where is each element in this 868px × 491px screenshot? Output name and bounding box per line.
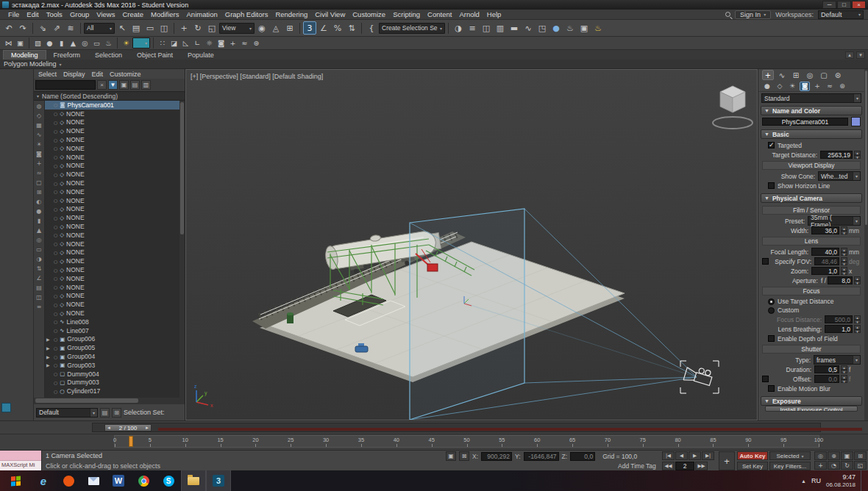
zoom-all-icon[interactable]: ⊕ <box>828 451 840 460</box>
scene-explorer-row[interactable]: ○◇NONE <box>45 144 179 153</box>
explorer-menu-display[interactable]: Display <box>63 71 85 78</box>
scene-explorer-row[interactable]: ○∿Line008 <box>45 318 179 326</box>
scene-explorer-row[interactable]: ○◇NONE <box>45 135 179 144</box>
visibility-icon[interactable]: ○ <box>54 241 57 246</box>
scene-explorer-row[interactable]: ○◇NONE <box>45 283 179 292</box>
ribbon-tab-modeling[interactable]: Modeling <box>3 50 46 60</box>
explorer-filter-cameras-icon[interactable]: ◙ <box>35 149 44 159</box>
snapshot-tool-icon[interactable]: ◪ <box>168 37 179 49</box>
scene-explorer-row[interactable]: ○▢Dummy003 <box>45 379 179 387</box>
horizontal-scrollbar[interactable] <box>34 398 185 404</box>
spinner-control[interactable]: ▴▾ <box>841 365 847 373</box>
visibility-icon[interactable]: ○ <box>54 328 57 333</box>
play-animation-icon[interactable]: ▶ <box>689 451 701 460</box>
visibility-icon[interactable]: ○ <box>54 198 57 203</box>
snaps-toggle-3d-icon[interactable]: 3 <box>303 21 316 35</box>
visibility-icon[interactable]: ○ <box>54 137 57 143</box>
visibility-icon[interactable]: ○ <box>54 345 57 351</box>
ribbon-tab-populate[interactable]: Populate <box>180 51 221 60</box>
camera-type-dropdown[interactable]: Standard ▾ <box>761 93 861 103</box>
ribbon-tab-selection[interactable]: Selection <box>88 51 129 60</box>
camera-create-icon[interactable]: ◙ <box>216 37 227 49</box>
spinner-control[interactable]: ▴▾ <box>854 325 861 333</box>
rollout-header[interactable]: ▼ Basic <box>761 129 862 139</box>
menu-edit[interactable]: Edit <box>23 10 42 18</box>
toggle-ribbon-icon[interactable]: ▬ <box>508 21 521 35</box>
redo-icon[interactable]: ↷ <box>16 21 29 35</box>
undo-icon[interactable]: ↶ <box>2 21 15 35</box>
menu-help[interactable]: Help <box>483 10 505 18</box>
expand-icon[interactable]: ▶ <box>46 354 51 359</box>
set-keys-button[interactable]: + <box>719 451 735 470</box>
explorer-filter-bones-icon[interactable]: ◐ <box>35 197 44 207</box>
space-warp-create-icon[interactable]: ≈ <box>239 37 250 49</box>
explorer-filter-lights-icon[interactable]: ☀ <box>35 140 44 149</box>
explorer-filter-icon[interactable]: ≡ <box>35 302 44 312</box>
key-step-back-icon[interactable]: ◀◀ <box>662 462 675 470</box>
zoom-field[interactable]: 1,0 <box>811 267 839 275</box>
unlink-selection-icon[interactable]: ⇗ <box>50 21 63 35</box>
focal-length-field[interactable]: 40,0 <box>811 248 839 256</box>
select-and-link-icon[interactable]: ⇘ <box>36 21 49 35</box>
teapot-primitive-icon[interactable]: ♨ <box>103 37 114 49</box>
preset-dropdown[interactable]: 35mm ( Frame) ▾ <box>808 216 861 226</box>
explorer-filter-icon[interactable]: ▤ <box>35 283 44 293</box>
scene-explorer-row[interactable]: ○◇NONE <box>45 300 179 309</box>
schematic-view-icon[interactable]: ◳ <box>536 21 549 35</box>
visibility-icon[interactable]: ○ <box>54 354 57 359</box>
percent-snap-toggle-icon[interactable]: % <box>331 21 344 35</box>
selection-set-add-icon[interactable]: ⊞ <box>112 408 121 417</box>
taskbar-chrome-icon[interactable] <box>131 470 156 491</box>
visibility-icon[interactable]: ○ <box>54 293 57 298</box>
visibility-icon[interactable]: ○ <box>54 120 57 125</box>
menu-arnold[interactable]: Arnold <box>455 10 483 18</box>
show-horizon-checkbox[interactable] <box>768 182 775 189</box>
scene-explorer-row[interactable]: ▶○▣Group005 <box>45 343 179 352</box>
object-name-field[interactable]: PhysCamera001 <box>762 118 848 126</box>
select-and-manipulate-icon[interactable]: ◬ <box>269 21 282 35</box>
minimize-button[interactable]: ─ <box>822 1 836 9</box>
go-to-end-icon[interactable]: ▶| <box>702 451 714 460</box>
angle-snap-toggle-icon[interactable]: ∠ <box>317 21 330 35</box>
viewport-preset-dropdown[interactable]: ▾ <box>132 37 150 49</box>
visibility-icon[interactable]: ○ <box>54 129 57 134</box>
explorer-menu-select[interactable]: Select <box>38 71 57 78</box>
box-primitive-icon[interactable]: ▧ <box>32 37 43 49</box>
explorer-filter-spacewarps-icon[interactable]: ≈ <box>35 168 44 178</box>
visibility-icon[interactable]: ○ <box>54 111 57 116</box>
scene-explorer-row[interactable]: ○◇NONE <box>45 231 179 240</box>
spinner-control[interactable]: ▴▾ <box>854 276 861 284</box>
visibility-icon[interactable]: ○ <box>54 232 57 237</box>
scene-explorer-row[interactable]: ○◇NONE <box>45 274 179 283</box>
visibility-icon[interactable]: ○ <box>54 181 57 186</box>
select-by-name-icon[interactable]: ▤ <box>129 21 143 35</box>
spinner-snap-toggle-icon[interactable]: ⇅ <box>345 21 358 35</box>
rendered-frame-window-icon[interactable]: ▣ <box>577 21 591 35</box>
spinner-control[interactable]: ▴▾ <box>841 375 847 383</box>
command-panel-scrollbar[interactable] <box>864 69 868 420</box>
workspace-dropdown[interactable]: Default ▾ <box>818 10 864 19</box>
object-color-swatch[interactable] <box>851 117 861 126</box>
scrollbar-thumb[interactable] <box>35 398 138 403</box>
hierarchy-tab[interactable]: ⊞ <box>790 70 802 80</box>
explorer-menu-customize[interactable]: Customize <box>110 71 141 78</box>
toggle-layer-explorer-icon[interactable]: ▥ <box>494 21 507 35</box>
expand-icon[interactable]: ▶ <box>46 345 51 351</box>
sphere-primitive-icon[interactable]: ● <box>44 37 55 49</box>
cameras-category-icon[interactable]: ◙ <box>800 82 810 91</box>
explorer-filter-materials-icon[interactable]: ▮ <box>35 216 44 226</box>
show-desktop-button[interactable] <box>861 470 864 491</box>
use-pivot-point-center-icon[interactable]: ◉ <box>255 21 268 35</box>
column-options-icon[interactable]: ▥ <box>141 80 151 90</box>
visibility-icon[interactable]: ○ <box>54 207 57 212</box>
spinner-control[interactable]: ▴▾ <box>841 267 847 275</box>
add-time-tag[interactable]: Add Time Tag <box>618 462 656 470</box>
show-cone-dropdown[interactable]: Whe...ted ▾ <box>818 171 861 181</box>
maxscript-mini-listener[interactable]: MAXScript Mi <box>0 451 42 471</box>
create-tab[interactable]: + <box>762 70 774 80</box>
scene-explorer-row[interactable]: ○◇NONE <box>45 213 179 222</box>
array-tool-icon[interactable]: ∷ <box>157 37 168 49</box>
menu-create[interactable]: Create <box>118 10 147 18</box>
ribbon-minimize-icon[interactable]: ▴ <box>845 51 854 59</box>
curve-editor-icon[interactable]: ∿ <box>522 21 535 35</box>
